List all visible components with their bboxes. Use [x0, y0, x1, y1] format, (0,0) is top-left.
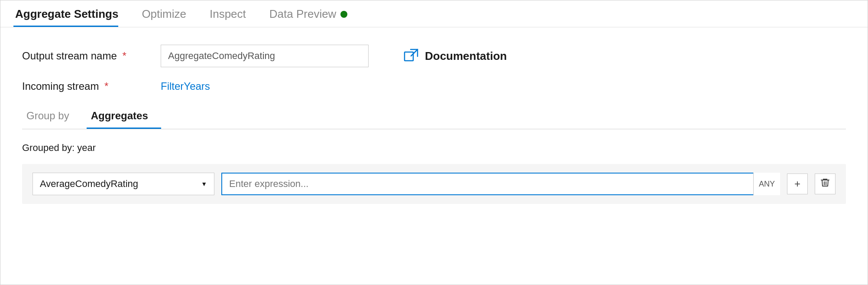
plus-icon: +: [794, 178, 800, 190]
incoming-stream-row: Incoming stream * FilterYears: [22, 80, 846, 92]
output-stream-required: *: [122, 50, 126, 62]
incoming-stream-label: Incoming stream *: [22, 80, 161, 92]
external-link-icon[interactable]: [403, 48, 419, 64]
main-container: Aggregate Settings Optimize Inspect Data…: [0, 0, 868, 285]
tab-aggregate-settings[interactable]: Aggregate Settings: [13, 7, 127, 27]
expression-input-wrapper: ANY: [221, 173, 780, 195]
data-preview-status-dot: [340, 11, 347, 18]
column-dropdown[interactable]: AverageComedyRating ▼: [32, 173, 214, 195]
tab-data-preview[interactable]: Data Preview: [268, 7, 356, 27]
output-stream-label: Output stream name *: [22, 50, 161, 62]
add-button[interactable]: +: [787, 174, 808, 194]
main-content: Output stream name * Documentation Incom…: [0, 27, 868, 285]
incoming-stream-required: *: [104, 80, 108, 92]
documentation-label[interactable]: Documentation: [425, 49, 507, 63]
tab-inspect[interactable]: Inspect: [208, 7, 255, 27]
grouped-by-label: Grouped by: year: [22, 142, 846, 154]
tab-aggregates[interactable]: Aggregates: [87, 105, 161, 129]
any-badge: ANY: [753, 173, 780, 195]
top-tab-bar: Aggregate Settings Optimize Inspect Data…: [0, 0, 868, 27]
output-stream-input[interactable]: [161, 45, 369, 67]
aggregate-row: AverageComedyRating ▼ ANY +: [22, 164, 846, 204]
delete-button[interactable]: [815, 174, 836, 194]
documentation-area: Documentation: [403, 48, 507, 64]
inner-tab-bar: Group by Aggregates: [22, 105, 846, 129]
tab-group-by[interactable]: Group by: [22, 105, 82, 129]
expression-input[interactable]: [221, 173, 780, 195]
incoming-stream-link[interactable]: FilterYears: [161, 80, 210, 92]
svg-rect-0: [405, 52, 413, 61]
dropdown-arrow-icon: ▼: [201, 180, 207, 187]
trash-icon: [820, 177, 830, 190]
column-dropdown-value: AverageComedyRating: [40, 178, 138, 190]
tab-optimize[interactable]: Optimize: [140, 7, 195, 27]
output-stream-row: Output stream name * Documentation: [22, 45, 846, 67]
svg-line-1: [411, 49, 418, 56]
